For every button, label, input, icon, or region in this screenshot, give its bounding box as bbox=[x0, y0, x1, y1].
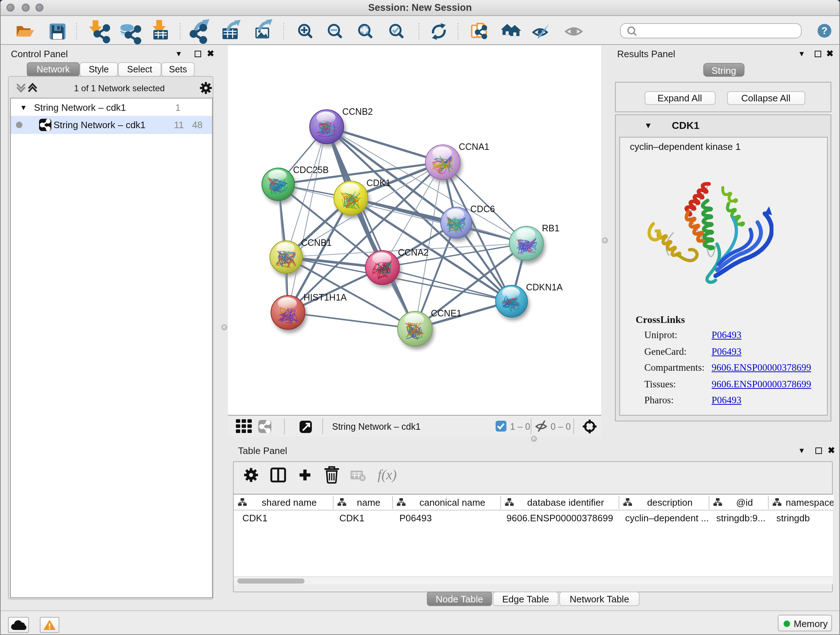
svg-text:name: name bbox=[357, 497, 380, 508]
svg-text:f(x): f(x) bbox=[377, 467, 396, 483]
svg-text:String Network – cdk1: String Network – cdk1 bbox=[332, 421, 421, 431]
svg-text:CCNE1: CCNE1 bbox=[431, 308, 462, 318]
svg-text:@id: @id bbox=[736, 497, 753, 508]
svg-text:description: description bbox=[647, 497, 693, 508]
svg-text:RB1: RB1 bbox=[542, 223, 560, 233]
svg-text:CDC25B: CDC25B bbox=[293, 165, 329, 174]
svg-text:CCNB2: CCNB2 bbox=[342, 106, 373, 116]
svg-text:database identifier: database identifier bbox=[527, 497, 604, 508]
svg-text:CDKN1A: CDKN1A bbox=[526, 282, 563, 292]
svg-text:CCNA2: CCNA2 bbox=[398, 247, 429, 257]
svg-text:1 – 0: 1 – 0 bbox=[510, 421, 531, 431]
svg-text:canonical name: canonical name bbox=[419, 497, 485, 508]
svg-text:HIST1H1A: HIST1H1A bbox=[303, 292, 347, 302]
svg-text:namespace: namespace bbox=[786, 497, 834, 508]
svg-text:0 – 0: 0 – 0 bbox=[551, 421, 571, 431]
svg-text:CDK1: CDK1 bbox=[366, 177, 391, 187]
svg-text:CCNA1: CCNA1 bbox=[459, 141, 489, 151]
svg-text:CDC6: CDC6 bbox=[470, 203, 495, 214]
svg-text:shared name: shared name bbox=[262, 497, 317, 508]
svg-text:CCNB1: CCNB1 bbox=[301, 237, 332, 247]
